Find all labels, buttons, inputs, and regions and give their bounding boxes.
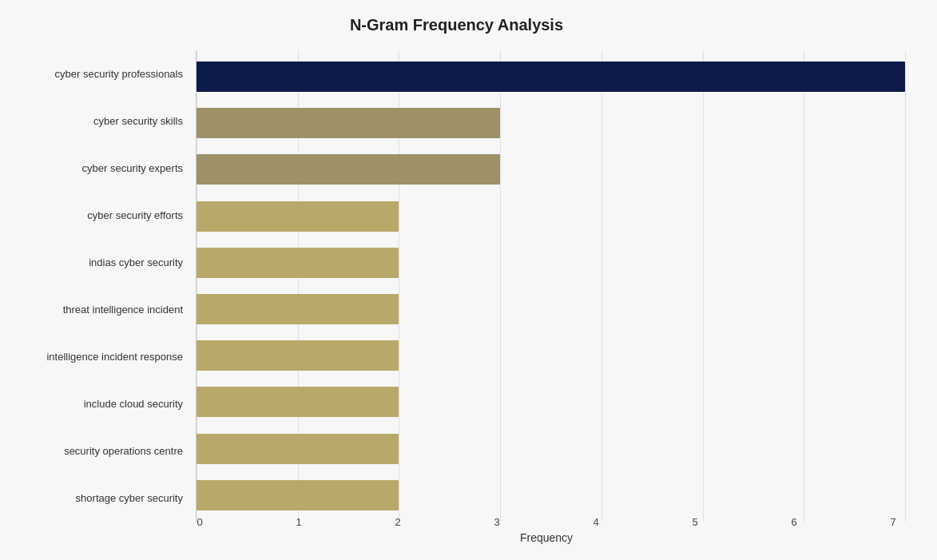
bar-row: [197, 291, 905, 328]
chart-container: N-Gram Frequency Analysis cyber security…: [0, 0, 937, 560]
bar-indias-cyber-security: [197, 248, 399, 278]
y-axis-label: indias cyber security: [8, 242, 189, 284]
y-axis-label: cyber security experts: [8, 148, 189, 189]
bar-row: [197, 151, 905, 188]
chart-area: cyber security professionalscyber securi…: [8, 50, 905, 522]
y-axis-label: cyber security skills: [8, 101, 189, 142]
x-tick-label: 4: [584, 516, 608, 528]
bar-row: [197, 383, 905, 420]
bar-row: [197, 198, 905, 235]
y-axis-label: include cloud security: [8, 383, 189, 425]
bar-row: [197, 431, 905, 467]
bar-row: [197, 244, 905, 281]
y-axis-label: shortage cyber security: [8, 478, 189, 519]
bar-row: [197, 105, 905, 141]
x-tick-label: 2: [386, 516, 410, 528]
x-tick-label: 6: [782, 516, 806, 528]
plot-area: [196, 50, 905, 522]
bar-intelligence-incident-response: [197, 340, 399, 371]
bar-row: [197, 477, 905, 514]
bar-shortage-cyber-security: [197, 480, 399, 510]
x-tick-label: 1: [287, 516, 311, 528]
y-axis-label: security operations centre: [8, 431, 189, 472]
bar-cyber-security-skills: [197, 108, 500, 138]
y-axis: cyber security professionalscyber securi…: [8, 50, 196, 522]
y-axis-label: cyber security professionals: [8, 54, 189, 95]
x-axis-label: Frequency: [188, 531, 905, 544]
bar-cyber-security-efforts: [197, 201, 399, 232]
y-axis-label: intelligence incident response: [8, 336, 189, 378]
bar-cyber-security-professionals: [197, 62, 905, 92]
bar-threat-intelligence-incident: [197, 294, 399, 324]
bar-include-cloud-security: [197, 387, 399, 417]
x-axis-container: 01234567 Frequency: [188, 516, 905, 544]
y-axis-label: threat intelligence incident: [8, 289, 189, 331]
grid-line: [905, 50, 906, 522]
x-tick-label: 0: [188, 516, 212, 528]
x-tick-label: 3: [485, 516, 509, 528]
chart-title: N-Gram Frequency Analysis: [8, 16, 905, 34]
bar-row: [197, 337, 905, 374]
bars-container: [197, 50, 905, 522]
x-tick-label: 7: [881, 516, 905, 528]
bar-cyber-security-experts: [197, 154, 500, 185]
bar-row: [197, 58, 905, 95]
y-axis-label: cyber security efforts: [8, 195, 189, 236]
x-ticks-row: 01234567: [188, 516, 905, 528]
bar-security-operations-centre: [197, 434, 399, 464]
x-tick-label: 5: [683, 516, 707, 528]
